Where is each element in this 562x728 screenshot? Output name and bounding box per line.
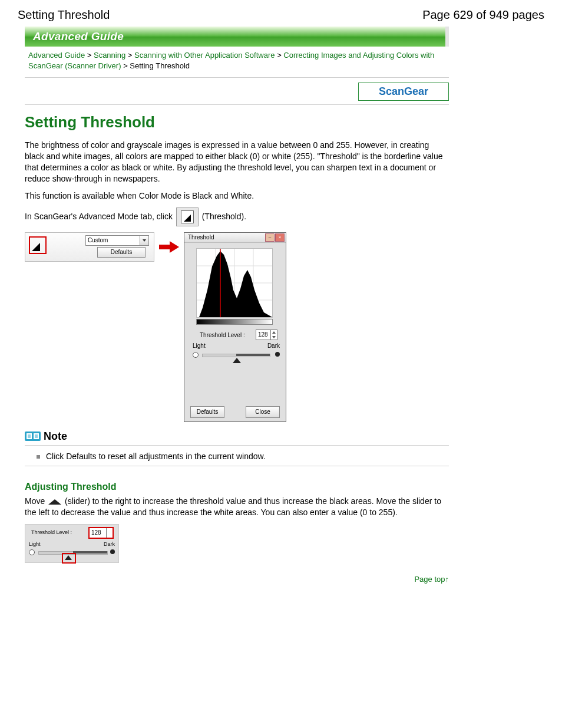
dark-label: Dark <box>267 342 280 349</box>
threshold-button-highlight[interactable] <box>29 236 47 254</box>
paragraph-2: This function is available when Color Mo… <box>25 190 449 202</box>
threshold-value-input[interactable]: 128 <box>256 330 277 340</box>
note-body: Click Defaults to reset all adjustments … <box>25 448 449 466</box>
threshold-icon <box>176 207 199 226</box>
light-label: Light <box>193 342 206 349</box>
banner-advanced-guide: Advanced Guide <box>25 27 449 47</box>
slider-icon <box>48 499 61 505</box>
slider-endpoint-light <box>193 352 199 358</box>
close-icon[interactable]: × <box>275 233 285 242</box>
fig2-endpoint-light <box>29 549 35 555</box>
slider-endpoint-dark <box>275 352 280 357</box>
threshold-level-label: Threshold Level : <box>200 332 245 338</box>
minimize-icon[interactable]: – <box>265 233 275 242</box>
threshold-slider-figure: Threshold Level : 128 Light Dark <box>25 524 119 563</box>
close-button-dialog[interactable]: Close <box>246 406 280 418</box>
breadcrumbs: Advanced Guide > Scanning > Scanning wit… <box>25 47 449 75</box>
note-title: Note <box>44 430 67 443</box>
paragraph-1: The brightness of color and grayscale im… <box>25 140 449 185</box>
preset-dropdown[interactable]: Custom <box>85 235 149 246</box>
fig2-light-label: Light <box>29 541 41 547</box>
arrow-icon <box>154 241 184 253</box>
breadcrumb-link-1[interactable]: Scanning <box>94 51 125 60</box>
breadcrumb-current: Setting Threshold <box>130 61 190 70</box>
threshold-dialog: Threshold – × Threshold Level : <box>184 232 286 422</box>
fig2-endpoint-dark <box>110 549 115 554</box>
breadcrumb-link-2[interactable]: Scanning with Other Application Software <box>134 51 275 60</box>
page-title: Setting Threshold <box>25 113 449 131</box>
header-title-left: Setting Threshold <box>18 8 110 22</box>
dialog-titlebar: Threshold – × <box>184 233 286 243</box>
breadcrumb-link-0[interactable]: Advanced Guide <box>28 51 85 60</box>
note-icon <box>25 431 41 442</box>
fig2-handle-highlight[interactable] <box>62 553 76 564</box>
fig2-threshold-label: Threshold Level : <box>31 529 72 535</box>
header-title-right: Page 629 of 949 pages <box>422 8 544 22</box>
fig2-value-highlight[interactable]: 128 <box>88 527 114 539</box>
gradient-bar <box>196 319 273 325</box>
defaults-button-dialog[interactable]: Defaults <box>190 406 224 418</box>
arrow-up-icon: ↑ <box>445 575 449 584</box>
scangear-badge: ScanGear <box>358 83 449 101</box>
defaults-button-panel[interactable]: Defaults <box>97 247 146 258</box>
toolbar-panel: Custom Defaults <box>25 232 154 262</box>
paragraph-3: In ScanGear's Advanced Mode tab, click (… <box>25 207 449 226</box>
histogram <box>196 248 273 318</box>
slider-handle-icon[interactable] <box>233 358 241 363</box>
fig2-dark-label: Dark <box>104 541 115 547</box>
paragraph-4: Move (slider) to the right to increase t… <box>25 496 449 518</box>
subhead-adjusting: Adjusting Threshold <box>25 482 449 492</box>
threshold-slider[interactable] <box>202 354 270 357</box>
page-top-link[interactable]: Page top↑ <box>414 575 449 584</box>
svg-marker-0 <box>159 241 179 253</box>
